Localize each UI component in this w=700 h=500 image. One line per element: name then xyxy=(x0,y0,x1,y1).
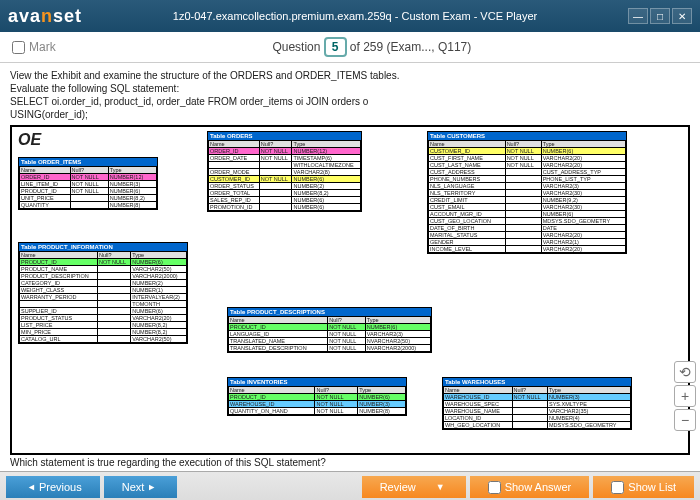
mark-checkbox[interactable] xyxy=(12,41,25,54)
question-counter: Question 5 of 259 (Exam..., Q117) xyxy=(56,40,688,54)
zoom-out-button[interactable]: − xyxy=(674,409,696,431)
minimize-button[interactable]: — xyxy=(628,8,648,24)
question-text: View the Exhibit and examine the structu… xyxy=(10,69,690,121)
question-number: 5 xyxy=(324,37,347,57)
zoom-in-button[interactable]: + xyxy=(674,385,696,407)
maximize-button[interactable]: □ xyxy=(650,8,670,24)
zoom-reset-button[interactable]: ⟲ xyxy=(674,361,696,383)
question-bar: Mark Question 5 of 259 (Exam..., Q117) xyxy=(0,32,700,63)
table-product-information: Table PRODUCT_INFORMATION NameNull?TypeP… xyxy=(18,242,188,344)
mark-label: Mark xyxy=(29,40,56,54)
show-answer-button[interactable]: Show Answer xyxy=(470,476,590,498)
previous-button[interactable]: ◄Previous xyxy=(6,476,100,498)
zoom-controls: ⟲ + − xyxy=(674,361,696,431)
question-continuation: Which statement is true regarding the ex… xyxy=(10,457,690,468)
close-button[interactable]: ✕ xyxy=(672,8,692,24)
show-list-button[interactable]: Show List xyxy=(593,476,694,498)
table-order-items: Table ORDER_ITEMS NameNull?TypeORDER_IDN… xyxy=(18,157,158,210)
titlebar: avanset 1z0-047.examcollection.premium.e… xyxy=(0,0,700,32)
schema-label: OE xyxy=(18,131,41,149)
show-list-checkbox[interactable] xyxy=(611,481,624,494)
review-button[interactable]: Review▼ xyxy=(362,476,466,498)
content-area: View the Exhibit and examine the structu… xyxy=(0,63,700,471)
table-product-descriptions: Table PRODUCT_DESCRIPTIONS NameNull?Type… xyxy=(227,307,432,353)
next-button[interactable]: Next► xyxy=(104,476,178,498)
logo: avanset xyxy=(8,6,82,27)
table-orders: Table ORDERS NameNull?TypeORDER_IDNOT NU… xyxy=(207,131,362,212)
footer: ◄Previous Next► Review▼ Show Answer Show… xyxy=(0,471,700,500)
show-answer-checkbox[interactable] xyxy=(488,481,501,494)
er-diagram[interactable]: OE Table ORDER_ITEMS NameNull?TypeORDER_… xyxy=(10,125,690,455)
window-controls: — □ ✕ xyxy=(628,8,692,24)
window-title: 1z0-047.examcollection.premium.exam.259q… xyxy=(82,10,628,22)
table-inventories: Table INVENTORIES NameNull?TypePRODUCT_I… xyxy=(227,377,407,416)
table-warehouses: Table WAREHOUSES NameNull?TypeWAREHOUSE_… xyxy=(442,377,632,430)
table-customers: Table CUSTOMERS NameNull?TypeCUSTOMER_ID… xyxy=(427,131,627,254)
